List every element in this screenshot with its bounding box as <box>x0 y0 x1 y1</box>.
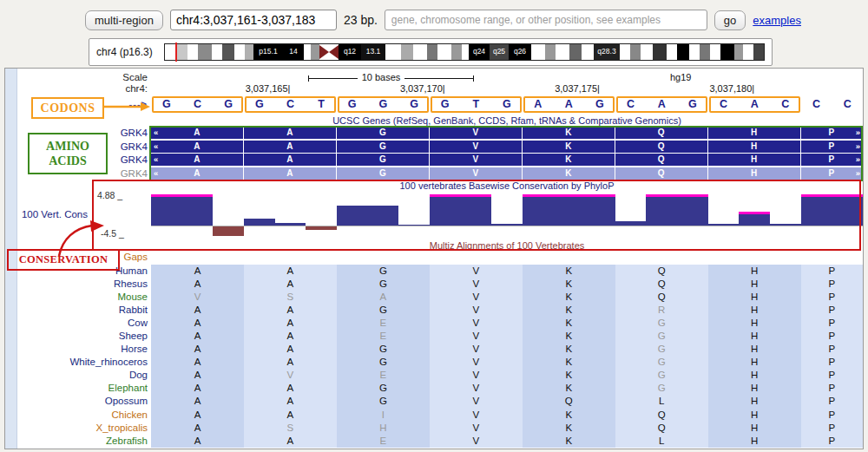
gene-exon-bar[interactable]: A«AGVKQHP» <box>151 141 863 153</box>
species-label[interactable]: Dog <box>23 369 151 382</box>
amino-acid-cell: G <box>615 317 708 330</box>
base-sequence-track: GCGGCTGGGGTGAAGCAGCACCC <box>151 95 863 115</box>
amino-acid-cell: V <box>430 317 523 330</box>
examples-link[interactable]: examples <box>753 14 801 27</box>
chromosome-band <box>427 44 437 60</box>
chromosome-band <box>175 44 187 60</box>
amino-acid-cell: A <box>244 343 337 356</box>
gene-exon-bar[interactable]: A«AGVKQHP» <box>151 127 863 139</box>
position-label: 3,037,180| <box>709 83 754 94</box>
track-controls-strip[interactable] <box>5 69 17 449</box>
gene-label[interactable]: GRK4 <box>23 167 151 180</box>
conservation-clip-cap <box>461 194 492 197</box>
species-label[interactable]: Elephant <box>23 382 151 395</box>
species-label[interactable]: X_tropicalis <box>23 422 151 435</box>
gene-label[interactable]: GRK4 <box>23 141 151 153</box>
conservation-track-title[interactable]: 100 vertebrates Basewise Conservation by… <box>151 180 863 191</box>
ideogram-bar[interactable]: p15.114q1213.1q24q25q26q28.3 <box>164 43 765 61</box>
conservation-bar <box>770 224 801 226</box>
gene-label[interactable]: GRK4 <box>23 154 151 166</box>
gaps-track <box>151 252 863 265</box>
amino-acid-cell: A <box>151 395 244 408</box>
conservation-bar <box>739 214 770 226</box>
amino-acid-cell: H <box>708 395 801 408</box>
chromosome-band <box>311 44 319 60</box>
codon-segment: G <box>337 127 429 139</box>
species-label[interactable]: Chicken <box>23 409 151 422</box>
band-label: q12 <box>339 44 361 59</box>
codon-segment: V <box>430 127 522 139</box>
amino-acid-cell: H <box>708 435 801 448</box>
base-letter: G <box>430 95 461 115</box>
gene-label[interactable]: GRK4 <box>23 127 151 139</box>
codon-segment: A <box>244 154 336 166</box>
species-label[interactable]: Human <box>23 265 151 278</box>
go-button[interactable]: go <box>714 10 746 30</box>
alignment-row: RabbitAAGVKRHP <box>5 304 863 317</box>
species-label[interactable]: Cow <box>23 317 151 330</box>
multiz-track-title[interactable]: Multiz Alignments of 100 Vertebrates <box>151 240 863 251</box>
search-input[interactable] <box>385 10 707 30</box>
species-label[interactable]: Sheep <box>23 330 151 343</box>
conservation-track-label[interactable]: 100 Vert. Cons <box>5 209 88 219</box>
species-label[interactable]: Opossum <box>23 395 151 408</box>
species-label[interactable]: Rhesus <box>23 278 151 291</box>
chromosome-band <box>641 44 653 60</box>
amino-acid-cell: P <box>801 330 863 343</box>
base-letter: G <box>584 95 615 115</box>
amino-acid-cell: G <box>615 369 708 382</box>
amino-acid-cell: H <box>708 409 801 422</box>
conservation-bar <box>337 206 368 226</box>
species-label[interactable]: Rabbit <box>23 304 151 317</box>
amino-acid-cell: G <box>615 330 708 343</box>
chromosome-name-label: chr4: <box>23 83 151 95</box>
scale-tick <box>473 75 474 82</box>
gene-track-row: GRK4A«AGVKQHP» <box>5 154 863 166</box>
alignment-row: HorseAAGVKGHP <box>5 343 863 356</box>
amino-acid-cell: K <box>523 369 615 382</box>
position-input[interactable] <box>170 10 337 30</box>
species-label[interactable]: White_rhinoceros <box>23 356 151 369</box>
conservation-bar <box>275 223 306 226</box>
base-letter: G <box>398 95 430 115</box>
chromosome-band <box>245 44 253 60</box>
amino-acid-cell: K <box>523 435 615 448</box>
amino-acid-cell: Q <box>523 395 615 408</box>
base-letter: G <box>491 95 523 115</box>
amino-acid-cell: H <box>708 291 801 304</box>
base-letter: C <box>275 95 306 115</box>
base-letter: G <box>368 95 399 115</box>
amino-acid-cell: K <box>523 317 615 330</box>
amino-acid-cell: E <box>337 330 430 343</box>
species-label[interactable]: Horse <box>23 343 151 356</box>
conservation-negative-bar <box>213 226 244 236</box>
amino-acid-cell: P <box>801 409 863 422</box>
codon-segment: K <box>523 127 615 139</box>
genes-track-title[interactable]: UCSC Genes (RefSeq, GenBank, CCDS, Rfam,… <box>151 115 863 126</box>
alignment-cells: AAEVKGHP <box>151 317 863 330</box>
chromosome-band <box>531 44 545 60</box>
alignment-row: DogAVEVKGHP <box>5 369 863 382</box>
base-letter: A <box>553 95 584 115</box>
strand-arrows-right-icon: » <box>856 154 859 166</box>
alignment-row: White_rhinocerosAAGVKGHP <box>5 356 863 369</box>
gene-track-row: GRK4A«AGVKQHP» <box>5 127 863 139</box>
species-label[interactable]: Mouse <box>23 291 151 304</box>
codon-segment: G <box>337 141 429 153</box>
chromosome-band <box>462 44 469 60</box>
amino-acid-cell: A <box>244 317 337 330</box>
multi-region-button[interactable]: multi-region <box>85 10 163 30</box>
gene-exon-bar[interactable]: A«AGVKQHP» <box>151 167 863 180</box>
gene-exon-bar[interactable]: A«AGVKQHP» <box>151 154 863 166</box>
position-ruler: 3,037,165|3,037,170|3,037,175|3,037,180| <box>151 83 863 95</box>
amino-acid-cell: P <box>801 369 863 382</box>
gaps-label[interactable]: Gaps <box>23 252 151 265</box>
chromosome-band <box>234 44 245 60</box>
multiz-alignment-rows: HumanAAGVKQHPRhesusAAGVKQHPMouseVSAVKQHP… <box>5 265 863 448</box>
scale-track-label: Scale <box>23 72 151 83</box>
alignment-row: OpossumAAGVQLHP <box>5 395 863 408</box>
conservation-bar <box>461 197 492 226</box>
alignment-cells: AAIVKQHP <box>151 409 863 422</box>
species-label[interactable]: Zebrafish <box>23 435 151 448</box>
amino-acid-cell: G <box>337 265 430 278</box>
